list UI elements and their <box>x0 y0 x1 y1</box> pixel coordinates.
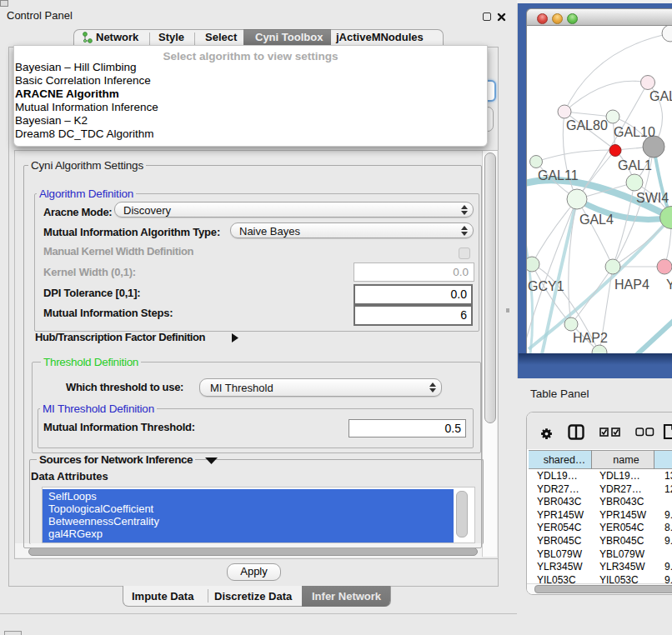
svg-text:GAL4: GAL4 <box>579 212 614 227</box>
svg-text:HAP2: HAP2 <box>573 331 608 345</box>
svg-text:GAL2: GAL2 <box>649 89 672 103</box>
svg-text:GAL11: GAL11 <box>538 168 579 182</box>
svg-text:SWI4: SWI4 <box>636 191 669 205</box>
svg-text:HAP4: HAP4 <box>614 278 649 292</box>
svg-text:GAL10: GAL10 <box>614 125 655 139</box>
svg-text:YM: YM <box>666 278 672 292</box>
svg-text:GAL80: GAL80 <box>566 118 608 132</box>
svg-text:GCY1: GCY1 <box>528 279 564 293</box>
svg-text:GAL1: GAL1 <box>618 158 652 172</box>
